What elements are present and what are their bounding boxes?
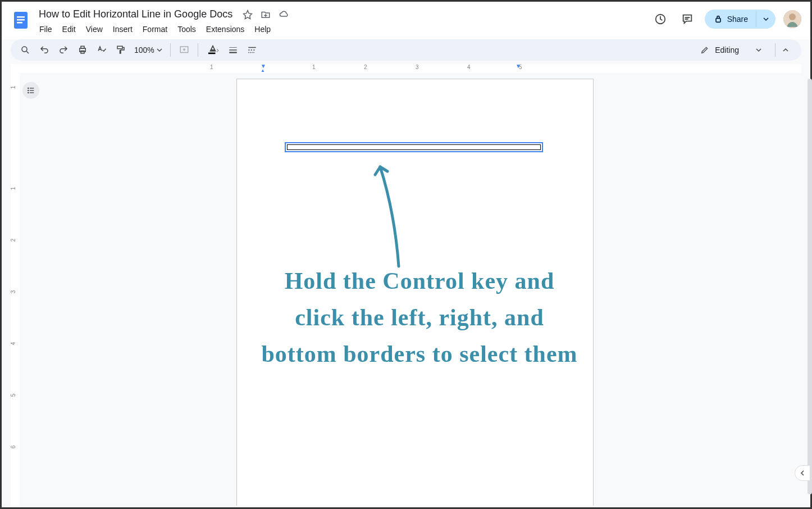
annotation-arrow [373,157,407,269]
share-dropdown[interactable] [756,11,775,27]
move-icon[interactable] [261,10,271,20]
document-canvas[interactable]: Hold the Control key and click the left,… [20,73,810,506]
menu-bar: File Edit View Insert Format Tools Exten… [35,21,651,39]
undo-icon[interactable] [35,42,53,58]
share-label: Share [727,15,748,24]
svg-rect-2 [17,19,25,21]
table-cell-border[interactable] [287,144,541,150]
show-side-panel-button[interactable] [795,465,810,481]
menu-view[interactable]: View [82,22,107,36]
collapse-toolbar-icon[interactable] [775,43,796,57]
redo-icon[interactable] [54,42,72,58]
scrollbar[interactable] [808,79,812,494]
print-icon[interactable] [74,42,92,58]
ruler-v-label: 3 [10,290,16,294]
star-icon[interactable] [243,10,253,20]
share-button[interactable]: Share [705,10,756,29]
ruler-v-label: 4 [10,342,16,346]
account-avatar[interactable] [783,10,801,28]
ruler-v-label: 2 [10,239,16,242]
document-title[interactable]: How to Edit Horizontal Line in Google Do… [35,7,236,21]
paint-format-icon[interactable] [112,42,130,58]
docs-home-icon[interactable] [11,6,31,33]
svg-point-17 [28,92,29,93]
svg-point-16 [28,90,29,90]
show-outline-button[interactable] [22,82,39,99]
menu-format[interactable]: Format [139,22,171,36]
toolbar: 100% Editing [11,39,801,61]
border-dash-icon[interactable] [243,42,261,58]
svg-point-8 [22,47,27,52]
svg-point-15 [28,88,29,88]
add-comment-icon[interactable] [175,42,193,58]
spellcheck-icon[interactable] [93,42,111,58]
ruler-h-label: 2 [364,64,367,70]
separator [198,43,198,57]
menu-file[interactable]: File [35,22,56,36]
menu-edit[interactable]: Edit [58,22,80,36]
ruler-v-label: 1 [10,86,16,89]
svg-rect-10 [81,46,84,48]
menu-extensions[interactable]: Extensions [202,22,248,36]
border-color-icon[interactable] [203,42,223,58]
separator [170,43,171,57]
ruler-h-label: 5 [519,64,522,70]
svg-point-7 [789,13,796,20]
ruler-h-label: 3 [416,64,419,70]
menu-help[interactable]: Help [250,22,275,36]
search-menus-icon[interactable] [16,42,34,58]
last-edit-icon[interactable] [651,10,670,29]
svg-rect-3 [17,22,22,24]
vertical-ruler[interactable]: 1 1 2 3 4 5 6 [11,73,20,506]
border-width-icon[interactable] [224,42,242,58]
zoom-value: 100% [134,46,154,54]
svg-rect-5 [716,19,720,22]
left-indent-marker[interactable]: ▲ [261,68,265,73]
editing-mode-label: Editing [715,46,739,54]
svg-rect-1 [17,16,25,18]
comments-icon[interactable] [678,10,697,29]
svg-rect-14 [208,53,216,54]
document-page[interactable]: Hold the Control key and click the left,… [236,79,594,506]
annotation-text: Hold the Control key and click the left,… [259,263,580,372]
ruler-h-label: 1 [312,64,316,70]
editing-mode-button[interactable]: Editing [694,42,768,58]
menu-tools[interactable]: Tools [174,22,200,36]
selected-table-cell[interactable] [285,142,543,152]
horizontal-ruler[interactable]: 1 ▼ ▲ 1 2 3 4 ▼ 5 [11,64,801,73]
ruler-h-label: 1 [210,64,213,70]
ruler-h-label: 4 [467,64,471,70]
cloud-status-icon[interactable] [279,10,290,20]
zoom-select[interactable]: 100% [131,43,166,57]
ruler-v-label: 6 [10,446,16,449]
share-button-group: Share [705,10,775,29]
menu-insert[interactable]: Insert [109,22,136,36]
svg-rect-12 [117,46,122,49]
ruler-v-label: 1 [10,187,16,190]
ruler-v-label: 5 [10,394,16,397]
